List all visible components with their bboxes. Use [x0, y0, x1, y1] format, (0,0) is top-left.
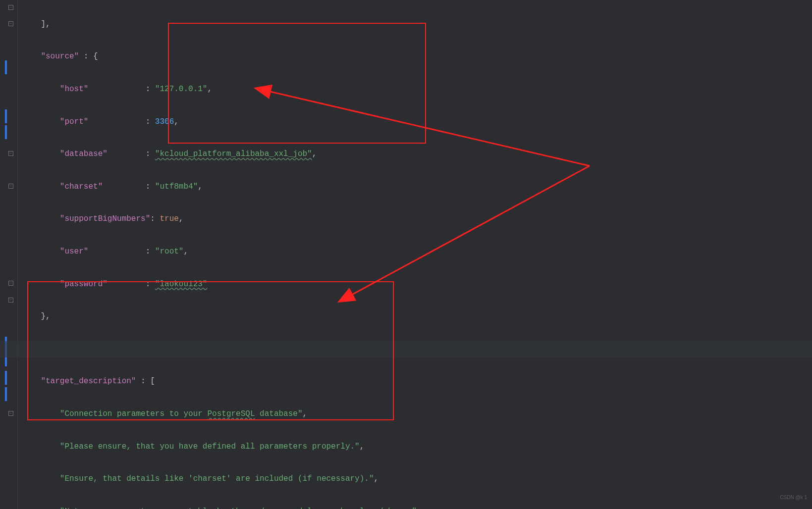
watermark: CSDN @k 1 — [780, 490, 807, 506]
close-bracket: ], — [41, 20, 50, 29]
json-key-source: "source" — [41, 52, 79, 61]
json-value: "root" — [155, 247, 184, 256]
list-item: "Ensure, that details like 'charset' are… — [22, 471, 564, 487]
vcs-change-marker[interactable] — [5, 125, 7, 139]
list-item: "Connection parameters to your PostgreSQ… — [22, 406, 564, 422]
code-area[interactable]: ], "source" : { "host" : "127.0.0.1", "p… — [22, 0, 564, 509]
fold-marker-icon[interactable]: − — [8, 4, 14, 10]
json-key: "host" — [60, 85, 89, 94]
close-brace: }, — [41, 312, 50, 321]
json-value: 3306 — [155, 117, 174, 126]
fold-marker-icon[interactable]: − — [8, 297, 14, 303]
json-key-target-description: "target_description" — [41, 377, 136, 386]
fold-marker-icon[interactable]: − — [8, 151, 14, 156]
json-value: "laokou123" — [155, 280, 208, 289]
json-key: "port" — [60, 117, 89, 126]
vcs-change-marker[interactable] — [5, 60, 7, 74]
json-key: "database" — [60, 150, 108, 158]
fold-marker-icon[interactable]: − — [8, 21, 14, 27]
json-value: true — [160, 214, 178, 223]
vcs-change-marker[interactable] — [5, 387, 7, 401]
editor-gutter: − − − − − − − — [0, 0, 18, 509]
json-value: "127.0.0.1" — [155, 85, 208, 94]
json-key: "password" — [60, 280, 108, 289]
list-item: "Please ensure, that you have defined al… — [22, 439, 564, 455]
list-item: "Note, any parameter, acceptable by the … — [22, 504, 564, 509]
fold-marker-icon[interactable]: − — [8, 183, 14, 189]
fold-marker-icon[interactable]: − — [8, 410, 14, 416]
fold-marker-icon[interactable]: − — [8, 280, 14, 286]
json-key: "user" — [60, 247, 89, 256]
json-key: "charset" — [60, 182, 103, 191]
json-value: "kcloud_platform_alibaba_xxl_job" — [155, 150, 312, 158]
json-value: "utf8mb4" — [155, 182, 198, 191]
json-key: "supportBigNumbers" — [60, 214, 150, 223]
vcs-change-marker[interactable] — [5, 109, 7, 123]
vcs-change-marker[interactable] — [5, 371, 7, 385]
